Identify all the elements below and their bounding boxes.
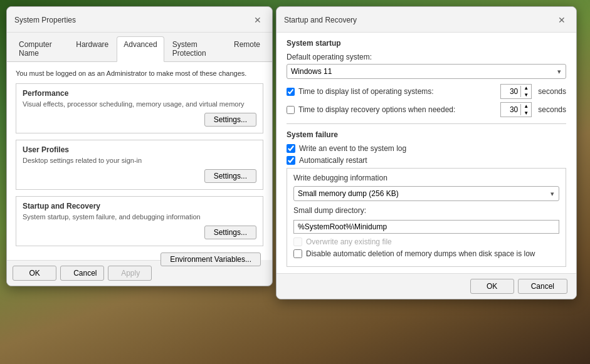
recovery-options-value[interactable] <box>501 104 521 115</box>
recovery-options-down-arrow[interactable]: ▼ <box>521 110 531 117</box>
system-failure-section-title: System failure <box>287 130 566 139</box>
system-startup-section-title: System startup <box>287 39 566 48</box>
performance-settings-button[interactable]: Settings... <box>204 113 256 127</box>
sys-props-titlebar: System Properties ✕ <box>7 7 272 33</box>
recovery-options-spinner: ▲ ▼ <box>500 102 532 117</box>
section-divider <box>287 123 566 124</box>
sys-props-title: System Properties <box>14 16 76 24</box>
small-dump-path-input[interactable] <box>293 220 559 234</box>
sys-props-content: You must be logged on as an Administrato… <box>7 62 272 260</box>
time-display-arrows: ▲ ▼ <box>521 85 531 98</box>
sys-props-close-button[interactable]: ✕ <box>251 13 265 27</box>
startup-recovery-dialog: Startup and Recovery ✕ System startup De… <box>276 6 577 299</box>
startup-recovery-titlebar: Startup and Recovery ✕ <box>277 7 576 33</box>
admin-notice: You must be logged on as an Administrato… <box>16 70 263 77</box>
tab-hardware[interactable]: Hardware <box>69 36 115 61</box>
default-os-dropdown-wrapper: Windows 11 <box>287 64 566 79</box>
debug-info-section: Write debugging information Small memory… <box>287 168 566 267</box>
performance-desc: Visual effects, processor scheduling, me… <box>23 100 256 108</box>
sys-props-tabs: Computer Name Hardware Advanced System P… <box>7 33 272 62</box>
startup-recovery-settings-button[interactable]: Settings... <box>204 226 256 239</box>
disable-auto-delete-checkbox[interactable] <box>293 249 302 258</box>
startup-recovery-close-button[interactable]: ✕ <box>555 13 569 27</box>
performance-section: Performance Visual effects, processor sc… <box>16 83 263 133</box>
overwrite-row: Overwrite any existing file <box>293 237 559 246</box>
small-dump-label: Small dump directory: <box>293 206 559 215</box>
startup-recovery-bottom-buttons: OK Cancel <box>277 273 576 299</box>
tab-advanced[interactable]: Advanced <box>117 36 164 62</box>
user-profiles-title: User Profiles <box>23 145 256 154</box>
sys-props-ok-button[interactable]: OK <box>13 266 56 281</box>
default-os-dropdown[interactable]: Windows 11 <box>287 64 566 79</box>
default-os-label: Default operating system: <box>287 53 566 61</box>
recovery-options-unit: seconds <box>538 105 566 114</box>
time-display-up-arrow[interactable]: ▲ <box>521 85 531 91</box>
tab-computer-name[interactable]: Computer Name <box>12 36 68 61</box>
auto-restart-label: Automatically restart <box>299 156 367 165</box>
recovery-options-checkbox[interactable] <box>287 106 295 114</box>
disable-auto-delete-label: Disable automatic deletion of memory dum… <box>306 249 535 258</box>
startup-recovery-content: System startup Default operating system:… <box>277 33 576 273</box>
startup-recovery-title: Startup and Recovery <box>23 202 256 211</box>
auto-restart-checkbox[interactable] <box>287 156 295 165</box>
time-display-spinner: ▲ ▼ <box>500 84 532 99</box>
write-event-row: Write an event to the system log <box>287 144 566 153</box>
startup-recovery-cancel-button[interactable]: Cancel <box>518 279 567 294</box>
time-display-label: Time to display list of operating system… <box>298 87 497 96</box>
time-display-down-arrow[interactable]: ▼ <box>521 91 531 98</box>
recovery-options-row: Time to display recovery options when ne… <box>287 102 566 117</box>
overwrite-label: Overwrite any existing file <box>306 237 392 246</box>
sys-props-bottom-buttons: OK Cancel Apply <box>7 260 161 286</box>
disable-auto-delete-row: Disable automatic deletion of memory dum… <box>293 249 559 258</box>
auto-restart-row: Automatically restart <box>287 156 566 165</box>
startup-recovery-section: Startup and Recovery System startup, sys… <box>16 196 263 246</box>
system-properties-dialog: System Properties ✕ Computer Name Hardwa… <box>6 6 273 286</box>
environment-variables-button[interactable]: Environment Variables... <box>161 252 261 266</box>
write-event-checkbox[interactable] <box>287 144 295 153</box>
recovery-options-label: Time to display recovery options when ne… <box>298 105 497 114</box>
debug-info-title: Write debugging information <box>293 174 559 182</box>
overwrite-checkbox[interactable] <box>293 237 302 246</box>
user-profiles-section: User Profiles Desktop settings related t… <box>16 140 263 190</box>
tab-remote[interactable]: Remote <box>227 36 267 61</box>
startup-recovery-desc: System startup, system failure, and debu… <box>23 213 256 221</box>
user-profiles-settings-button[interactable]: Settings... <box>204 169 256 183</box>
sys-props-cancel-button[interactable]: Cancel <box>60 266 104 281</box>
debug-info-dropdown[interactable]: Small memory dump (256 KB) <box>293 186 559 201</box>
startup-recovery-dialog-title: Startup and Recovery <box>284 16 357 24</box>
time-display-unit: seconds <box>538 87 566 96</box>
user-profiles-desc: Desktop settings related to your sign-in <box>23 157 256 164</box>
time-display-value[interactable] <box>501 86 521 97</box>
performance-title: Performance <box>23 89 256 98</box>
tab-system-protection[interactable]: System Protection <box>166 36 226 61</box>
recovery-options-arrows: ▲ ▼ <box>521 103 531 117</box>
recovery-options-up-arrow[interactable]: ▲ <box>521 103 531 110</box>
time-display-checkbox[interactable] <box>287 88 295 96</box>
sys-props-apply-button[interactable]: Apply <box>108 266 152 281</box>
time-display-row: Time to display list of operating system… <box>287 84 566 99</box>
startup-recovery-ok-button[interactable]: OK <box>470 279 514 294</box>
debug-dropdown-wrapper: Small memory dump (256 KB) <box>293 186 559 201</box>
write-event-label: Write an event to the system log <box>299 144 406 153</box>
